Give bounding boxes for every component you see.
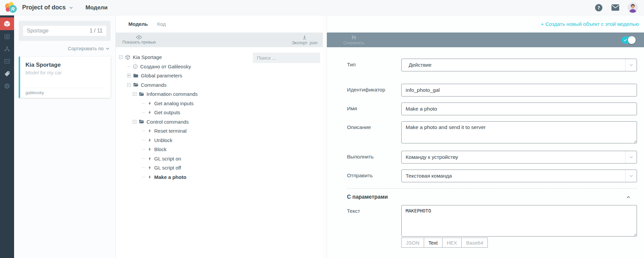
tree-item-label: Get outputs [154, 110, 180, 115]
bolt-icon [148, 101, 152, 106]
command-text-field[interactable]: MAKEPHOTO [401, 205, 637, 237]
tree-item[interactable]: Reset terminal [119, 126, 323, 136]
chevron-down-icon [625, 170, 637, 182]
search-result-count: 1 / 11 [90, 28, 103, 34]
tree-connector [127, 66, 130, 67]
format-tab-text[interactable]: Text [424, 238, 443, 248]
tree-item-label: Kia Sportage [133, 54, 162, 60]
show-preview-label: Показать превью [122, 40, 156, 45]
model-card-tag: galileosky [25, 88, 105, 98]
enabled-toggle[interactable] [622, 37, 635, 44]
identifier-field[interactable] [401, 84, 637, 96]
bolt-icon [148, 156, 152, 161]
tree-item-label: Get analog inputs [154, 101, 194, 106]
sort-by-dropdown[interactable]: Сортировать по [19, 46, 110, 51]
models-search-input[interactable] [27, 28, 90, 34]
chevron-down-icon [625, 151, 637, 163]
tree-item[interactable]: −Commands [119, 80, 323, 90]
model-toolbar: Показать превью Экспорт .json [116, 33, 323, 47]
app-logo-icon[interactable]: R [5, 2, 17, 14]
send-value: Текстовая команда [406, 173, 452, 179]
model-card[interactable]: Kia Sportage Model for my car galileosky [19, 57, 111, 98]
tree-item-label: Block [154, 146, 167, 152]
help-icon[interactable]: ? [594, 3, 603, 12]
tab-код[interactable]: Код [157, 21, 166, 27]
params-section-title: С параметрами [347, 194, 388, 200]
tree-item[interactable]: Make a photo [119, 173, 323, 182]
tree-item[interactable]: Block [119, 145, 323, 154]
tree-item[interactable]: −Control commands [119, 117, 323, 127]
project-switcher[interactable]: Project of docs [22, 4, 73, 11]
tree-item[interactable]: Создано от Galileosky [119, 62, 323, 71]
export-json-label: Экспорт .json [292, 41, 317, 45]
folder-open-icon [139, 119, 144, 124]
execute-select[interactable]: Команду к устройству [401, 151, 637, 164]
format-tab-json[interactable]: JSON [401, 238, 424, 248]
params-section-header: С параметрами [347, 194, 637, 200]
mail-icon[interactable] [611, 4, 620, 11]
command-form: Тип Действие Идентификатор [327, 47, 644, 258]
avatar[interactable] [628, 2, 638, 13]
tree-item[interactable]: Unblock [119, 136, 323, 145]
app-window: R Project of docs Модели ? 1 / 11 Сортир… [0, 0, 644, 258]
sidebar-item-frame[interactable] [0, 30, 14, 43]
tab-модель[interactable]: Модель [128, 21, 148, 27]
collapse-box-icon[interactable]: − [133, 120, 136, 124]
tree-item[interactable]: −Information commands [119, 89, 323, 99]
panel-divider [323, 15, 327, 258]
bolt-icon [148, 147, 152, 151]
check-icon [624, 38, 627, 42]
type-label: Тип [347, 59, 401, 71]
collapse-box-icon[interactable]: − [133, 92, 136, 96]
save-button[interactable]: Сохранить [343, 35, 364, 45]
section-divider [347, 188, 637, 189]
sidebar-item-sitemap[interactable] [0, 43, 14, 55]
type-select[interactable]: Действие [401, 59, 637, 71]
export-json-button[interactable]: Экспорт .json [290, 35, 319, 45]
text-label: Текст [347, 205, 401, 248]
tree-item[interactable]: Get analog inputs [119, 99, 323, 108]
tree-item[interactable]: GL script on [119, 154, 323, 164]
folder-closed-icon [133, 73, 138, 78]
detail-header: Сохранить [327, 33, 644, 47]
create-object-link[interactable]: + Создать новый объект с этой моделью [541, 21, 639, 27]
sidebar-item-tag[interactable] [0, 67, 14, 80]
tree-area: −Kia SportageСоздано от Galileosky+Globa… [116, 47, 323, 258]
sidebar-item-globe[interactable] [0, 80, 14, 92]
collapse-box-icon[interactable]: − [119, 55, 123, 59]
create-strip: + Создать новый объект с этой моделью [327, 15, 644, 33]
identifier-label: Идентификатор [347, 84, 401, 96]
tree-item-label: Control commands [147, 119, 189, 125]
collapse-box-icon[interactable]: − [127, 83, 131, 87]
chevron-down-icon [625, 59, 637, 71]
sitemap-icon [4, 46, 10, 52]
tree-connector [142, 140, 145, 140]
chevron-up-icon[interactable] [626, 195, 631, 200]
tree-item[interactable]: Get outputs [119, 108, 323, 117]
tree-item[interactable]: +Global parameters [119, 71, 323, 80]
project-name: Project of docs [22, 4, 66, 11]
name-field[interactable] [401, 103, 637, 115]
chevron-down-icon [69, 5, 73, 10]
tree-search-input[interactable] [253, 53, 320, 63]
models-search-box: 1 / 11 [19, 21, 111, 41]
expand-box-icon[interactable]: + [127, 74, 131, 77]
description-field[interactable]: Make a photo and send it to server [401, 121, 637, 143]
format-tab-hex[interactable]: HEX [442, 238, 462, 248]
tree-item-label: GL script on [154, 156, 181, 162]
tree-item-label: Global parameters [141, 73, 182, 78]
sidebar-item-code-window[interactable] [0, 55, 14, 67]
bolt-icon [148, 129, 152, 133]
send-select[interactable]: Текстовая команда [401, 170, 637, 182]
folder-open-icon [133, 82, 138, 87]
page-title: Модели [85, 4, 108, 11]
tree-item-label: Unblock [154, 137, 172, 143]
tree-item[interactable]: GL script off [119, 163, 323, 173]
model-panel: МодельКод Показать превью Экспорт .json … [116, 15, 323, 258]
execute-value: Команду к устройству [406, 154, 458, 160]
send-label: Отправить [347, 170, 401, 182]
description-label: Описание [347, 121, 401, 145]
show-preview-button[interactable]: Показать превью [120, 35, 158, 45]
sidebar-item-cube[interactable] [0, 17, 14, 30]
format-tab-base64[interactable]: Base64 [461, 238, 488, 248]
